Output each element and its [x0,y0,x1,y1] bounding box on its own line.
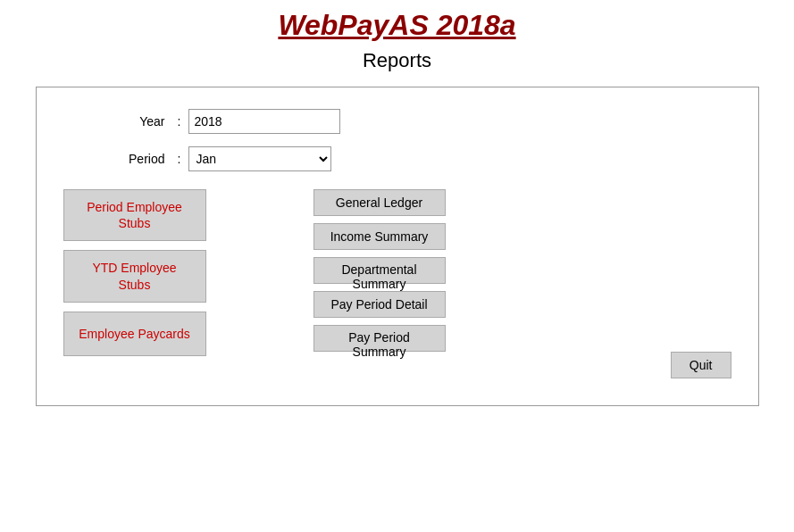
left-buttons: Period Employee Stubs YTD Employee Stubs… [63,189,242,378]
period-row: Period : Jan Feb Mar Apr May Jun Jul Aug… [63,146,731,171]
departmental-summary-button[interactable]: Departmental Summary [313,257,446,284]
right-buttons: General Ledger Income Summary Department… [313,189,731,352]
buttons-area: Period Employee Stubs YTD Employee Stubs… [63,189,731,378]
period-select[interactable]: Jan Feb Mar Apr May Jun Jul Aug Sep Oct … [188,146,331,171]
quit-area: Quit [671,352,731,378]
year-row: Year : [63,109,731,134]
pay-period-summary-button[interactable]: Pay Period Summary [313,325,446,352]
page-title: Reports [363,49,431,72]
page-wrapper: WebPayAS 2018a Reports Year : Period : J… [0,0,794,532]
period-employee-stubs-button[interactable]: Period Employee Stubs [63,189,206,241]
quit-button[interactable]: Quit [671,352,731,378]
income-summary-button[interactable]: Income Summary [313,223,446,250]
ytd-employee-stubs-button[interactable]: YTD Employee Stubs [63,250,206,302]
period-label: Period [63,152,171,166]
period-colon: : [171,152,188,166]
right-and-quit: General Ledger Income Summary Department… [260,189,731,378]
main-box: Year : Period : Jan Feb Mar Apr May Jun … [36,87,759,406]
employee-paycards-button[interactable]: Employee Paycards [63,312,206,356]
year-input[interactable] [188,109,340,134]
general-ledger-button[interactable]: General Ledger [313,189,446,216]
app-title: WebPayAS 2018a [278,9,515,42]
pay-period-detail-button[interactable]: Pay Period Detail [313,291,446,318]
year-label: Year [63,114,171,129]
year-colon: : [171,114,188,129]
